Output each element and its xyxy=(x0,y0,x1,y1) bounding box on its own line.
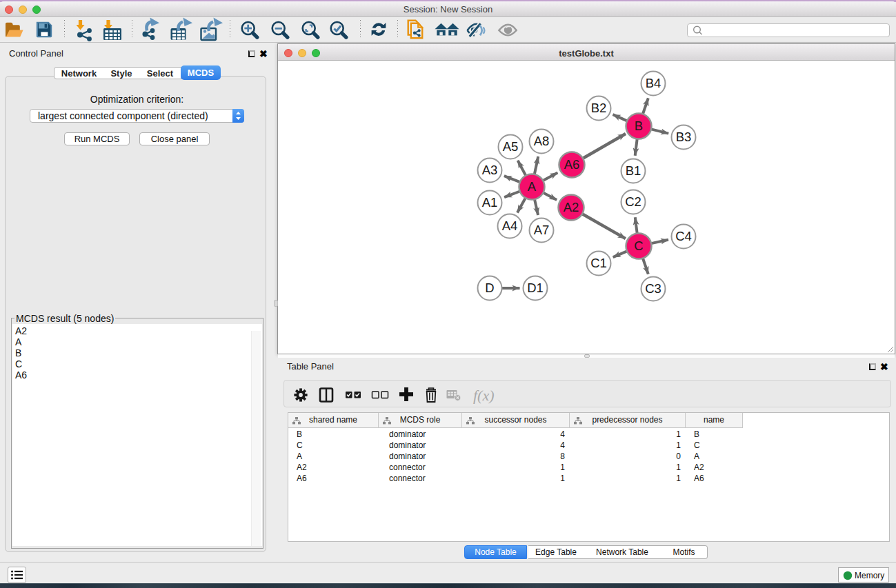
svg-text:A6: A6 xyxy=(564,157,580,172)
svg-text:A5: A5 xyxy=(503,139,519,154)
svg-text:C4: C4 xyxy=(675,229,692,243)
svg-text:A8: A8 xyxy=(534,134,550,148)
svg-text:C: C xyxy=(634,239,643,253)
svg-text:A7: A7 xyxy=(534,223,550,237)
svg-text:A3: A3 xyxy=(482,163,498,177)
svg-text:B1: B1 xyxy=(626,163,641,178)
svg-text:C1: C1 xyxy=(590,256,607,270)
svg-text:C2: C2 xyxy=(625,194,641,209)
svg-text:D1: D1 xyxy=(527,281,544,295)
svg-text:B4: B4 xyxy=(646,76,661,90)
svg-text:B: B xyxy=(635,119,643,133)
svg-text:A4: A4 xyxy=(502,219,518,233)
svg-text:A: A xyxy=(528,179,537,194)
svg-text:A1: A1 xyxy=(482,195,498,210)
svg-text:C3: C3 xyxy=(645,281,661,296)
svg-text:B3: B3 xyxy=(676,130,692,144)
svg-text:B2: B2 xyxy=(591,101,607,115)
svg-text:D: D xyxy=(485,281,494,295)
svg-text:f(x): f(x) xyxy=(473,387,495,404)
svg-text:A2: A2 xyxy=(564,200,579,214)
